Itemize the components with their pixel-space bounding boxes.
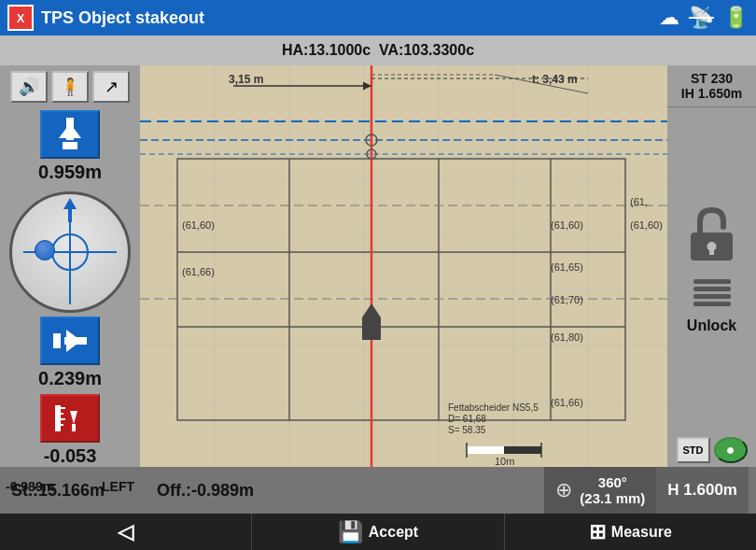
right-arrow-button[interactable] [40,317,100,365]
right-nav-section: 0.239m [38,317,102,392]
bubble-dot [35,240,55,261]
person-button[interactable]: 🧍 [51,71,89,103]
app-logo: X [7,5,34,31]
svg-marker-6 [66,330,81,352]
accept-button[interactable]: 💾 Accept [252,514,504,550]
degrees-value: 360° [580,474,645,490]
ha-label: HA: [282,42,308,59]
svg-rect-2 [63,142,77,149]
bubble-circle [9,191,131,313]
std-label: STD [683,444,704,456]
svg-text:S= 58.35: S= 58.35 [448,425,486,435]
measure-button[interactable]: ⊞ Measure [505,514,756,550]
svg-rect-14 [72,424,76,431]
va-value: 103.3300c [403,42,474,59]
svg-text:(61,: (61, [630,196,648,207]
svg-text:(61,80): (61,80) [551,331,583,343]
hava-bar: HA:13.1000c VA:103.3300c [0,35,756,65]
unlock-section: Unlock [686,107,737,433]
svg-text:(61,60): (61,60) [551,219,583,231]
accept-icon: 💾 [338,520,363,544]
up-nav-section: 0.959m [38,110,102,186]
ih-label: IH 1.650m [669,86,754,101]
svg-rect-7 [53,333,61,348]
accept-label: Accept [369,524,418,541]
svg-marker-3 [63,198,77,209]
svg-text:(61,66): (61,66) [182,266,215,277]
back-button[interactable]: ◁ [0,514,252,550]
prism-icon: ⊕ [555,478,572,502]
right-bottom-buttons: STD ● [667,433,756,467]
svg-text:(61,70): (61,70) [551,294,583,305]
svg-rect-9 [58,407,65,409]
status-bar: St.:15.166m Off.:-0.989m ⊕ 360° (23.1 mm… [0,467,756,514]
title-bar: X TPS Object stakeout ☁ 📡 🔋 [0,0,756,35]
status-text: 360° (23.1 mm) [580,474,645,506]
std-button[interactable]: STD [677,437,710,463]
svg-text:10m: 10m [495,456,514,467]
measure-lines-icon [693,279,731,306]
off-label: Off.: [157,481,191,500]
right-panel: ST 230 IH 1.650m [667,65,756,467]
title-icons: ☁ 📡 🔋 [659,6,749,30]
measure-label: Measure [611,524,672,541]
down-arrow-button[interactable] [40,394,100,443]
map-canvas: 3,15 m t: 3,43 m (61,60) (61,60) (61,66)… [140,65,667,467]
inner-circle [51,233,89,271]
svg-rect-11 [58,418,65,420]
svg-text:(61,66): (61,66) [551,397,583,408]
st-info: ST 230 IH 1.650m [667,65,756,107]
h-value: H 1.600m [667,481,737,500]
svg-marker-13 [70,411,77,424]
speaker-button[interactable]: 🔊 [10,71,48,103]
circle-icon: ● [726,442,735,458]
svg-text:(61,65): (61,65) [551,261,583,273]
unlock-button[interactable]: Unlock [687,317,736,334]
svg-rect-4 [68,209,72,222]
svg-text:t: 3,43 m: t: 3,43 m [532,73,578,86]
svg-rect-49 [467,446,504,454]
h-value-box: H 1.600m [656,467,749,514]
ha-value: 13.1000c [308,42,371,59]
svg-rect-46 [362,317,381,340]
cloud-icon[interactable]: ☁ [659,6,679,30]
svg-text:(61,60): (61,60) [630,219,663,231]
up-value: 0.959m [38,162,102,183]
st-label: St.: [11,481,38,500]
map-panel[interactable]: 3,15 m t: 3,43 m (61,60) (61,60) (61,66)… [140,65,667,467]
off-value: Off.:-0.989m [157,481,544,501]
main-content: 🔊 🧍 ↗ 0.959m [0,65,756,467]
svg-marker-1 [59,123,81,138]
svg-rect-12 [58,424,63,426]
st-distance: 15.166m [38,481,105,500]
down-nav-section: -0.053 [40,394,100,470]
measure-icon: ⊞ [589,520,606,544]
svg-text:(61,60): (61,60) [182,219,215,231]
right-value: 0.239m [38,368,102,389]
bubble-arrow-up [62,196,78,224]
svg-rect-69 [709,247,714,255]
svg-text:Fettabscheider NS5,5: Fettabscheider NS5,5 [448,402,539,413]
page-title: TPS Object stakeout [41,8,651,28]
down-value: -0.053 [44,445,97,467]
top-icons-row: 🔊 🧍 ↗ [10,71,130,103]
battery-icon: 🔋 [723,6,749,30]
off-distance: -0.989m [191,481,254,500]
st-label: ST 230 [669,71,754,86]
svg-rect-10 [58,413,63,415]
center-status: ⊕ 360° (23.1 mm) [544,467,656,514]
bottom-toolbar: ◁ 💾 Accept ⊞ Measure [0,514,756,550]
up-arrow-button[interactable] [40,110,100,159]
bubble-level [9,191,131,313]
svg-text:D= 61,68: D= 61,68 [448,414,486,424]
back-icon: ◁ [118,520,133,544]
svg-text:3,15 m: 3,15 m [229,73,263,86]
signal-icon: 📡 [689,6,714,30]
va-label: VA: [379,42,403,59]
unlock-icon [686,206,737,272]
green-circle-button[interactable]: ● [714,437,748,463]
split-button[interactable]: ↗ [92,71,130,103]
left-panel: 🔊 🧍 ↗ 0.959m [0,65,140,467]
st-value: St.:15.166m [7,481,157,501]
mm-value: (23.1 mm) [580,490,645,506]
